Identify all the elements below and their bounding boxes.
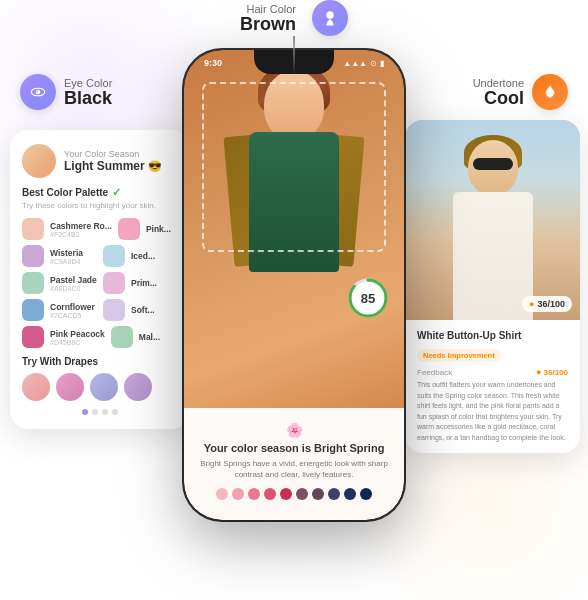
palette-title: Best Color Palette ✓ <box>22 186 178 199</box>
hair-icon <box>312 0 348 36</box>
eye-category: Eye Color <box>64 78 112 89</box>
color-row-3: Pastel Jade #A8D4C0 Prim... <box>22 272 178 294</box>
color-row-4: Cornflower #7CACD5 Soft... <box>22 299 178 321</box>
phone-bottom-desc: Bright Springs have a vivid, energetic l… <box>200 458 388 480</box>
swatch-r1 <box>118 218 140 240</box>
color-dot-7 <box>312 488 324 500</box>
dot-1[interactable] <box>82 409 88 415</box>
status-icons: ▲▲▲ ⊙ ▮ <box>343 59 384 68</box>
svg-point-3 <box>37 91 39 93</box>
color-hex-4: #7CACD5 <box>50 312 97 319</box>
color-name-r1: Pink... <box>146 224 178 234</box>
color-hex-5: #D45B8C <box>50 339 105 346</box>
color-hex-1: #F2C4B2 <box>50 231 112 238</box>
your-season-label: Your Color Season <box>64 149 162 159</box>
feedback-row: Feedback ● 36/100 <box>417 367 568 377</box>
rc-person-body <box>453 192 533 320</box>
battery-icon: ▮ <box>380 59 384 68</box>
score-badge-value: 36/100 <box>537 299 565 309</box>
product-name: White Button-Up Shirt <box>417 330 568 341</box>
color-dot-5 <box>280 488 292 500</box>
phone-bottom-title: Your color season is Bright Spring <box>200 442 388 454</box>
swatch-r4 <box>103 299 125 321</box>
color-name-r2: Iced... <box>131 251 178 261</box>
svg-point-2 <box>36 90 41 95</box>
color-name-5: Pink Peacock <box>50 329 105 339</box>
color-dot-4 <box>264 488 276 500</box>
hair-color-label: Hair Color Brown <box>240 0 348 76</box>
color-name-r4: Soft... <box>131 305 178 315</box>
scene: Hair Color Brown Eye Color Black Underto… <box>0 0 588 600</box>
phone-bg: 85 🌸 Your color season is Bright Spring … <box>184 50 404 520</box>
drape-3 <box>90 373 118 401</box>
wifi-icon: ⊙ <box>370 59 377 68</box>
season-name: Light Summer 😎 <box>64 159 162 173</box>
color-dot-3 <box>248 488 260 500</box>
dot-4[interactable] <box>112 409 118 415</box>
color-row-2: Wisteria #C9A8D4 Iced... <box>22 245 178 267</box>
right-card: ● 36/100 White Button-Up Shirt Needs Imp… <box>405 120 580 453</box>
feedback-score: ● 36/100 <box>536 367 568 377</box>
score-number: 85 <box>361 290 375 305</box>
feedback-label: Feedback <box>417 368 452 377</box>
swatch-2 <box>22 245 44 267</box>
right-card-info: White Button-Up Shirt Needs Improvement … <box>405 320 580 453</box>
color-dot-8 <box>328 488 340 500</box>
swatch-3 <box>22 272 44 294</box>
color-swatches-row <box>200 488 388 500</box>
drapes-title: Try With Drapes <box>22 356 178 367</box>
status-time: 9:30 <box>204 58 222 68</box>
color-dot-9 <box>344 488 356 500</box>
drape-4 <box>124 373 152 401</box>
pagination-dots <box>22 409 178 415</box>
color-hex-2: #C9A8D4 <box>50 258 97 265</box>
needs-badge: Needs Improvement <box>417 349 501 362</box>
score-circle: 85 <box>346 276 390 320</box>
color-hex-3: #A8D4C0 <box>50 285 97 292</box>
left-card: Your Color Season Light Summer 😎 Best Co… <box>10 130 190 429</box>
swatch-r5 <box>111 326 133 348</box>
phone: 85 🌸 Your color season is Bright Spring … <box>184 50 404 520</box>
swatch-5 <box>22 326 44 348</box>
undertone-value: Cool <box>473 89 524 107</box>
swatch-1 <box>22 218 44 240</box>
color-dot-6 <box>296 488 308 500</box>
drape-2 <box>56 373 84 401</box>
svg-point-0 <box>326 11 334 19</box>
hair-category: Hair Color <box>240 4 296 15</box>
rc-person-sunglasses <box>473 158 513 170</box>
color-row-1: Cashmere Ro... #F2C4B2 Pink... <box>22 218 178 240</box>
selection-box <box>202 82 386 252</box>
color-name-4: Cornflower <box>50 302 97 312</box>
swatch-r3 <box>103 272 125 294</box>
color-name-r5: Mal... <box>139 332 178 342</box>
right-card-image: ● 36/100 <box>405 120 580 320</box>
right-card-score-badge: ● 36/100 <box>522 296 572 312</box>
dot-2[interactable] <box>92 409 98 415</box>
color-name-3: Pastel Jade <box>50 275 97 285</box>
phone-bottom-card: 🌸 Your color season is Bright Spring Bri… <box>184 408 404 520</box>
color-name-1: Cashmere Ro... <box>50 221 112 231</box>
product-description: This outfit flatters your warm undertone… <box>417 380 568 443</box>
undertone-label: Undertone Cool <box>473 74 568 110</box>
phone-content: 85 🌸 Your color season is Bright Spring … <box>184 50 404 520</box>
eye-color-label: Eye Color Black <box>20 74 112 110</box>
check-icon: ✓ <box>112 186 121 199</box>
drapes-row <box>22 373 178 401</box>
undertone-category: Undertone <box>473 78 524 89</box>
dot-3[interactable] <box>102 409 108 415</box>
avatar <box>22 144 56 178</box>
color-dot-2 <box>232 488 244 500</box>
swatch-r2 <box>103 245 125 267</box>
eye-value: Black <box>64 89 112 107</box>
phone-bottom-icon: 🌸 <box>200 422 388 438</box>
drape-1 <box>22 373 50 401</box>
hair-value: Brown <box>240 15 296 33</box>
color-dot-1 <box>216 488 228 500</box>
color-dot-10 <box>360 488 372 500</box>
color-name-2: Wisteria <box>50 248 97 258</box>
color-row-5: Pink Peacock #D45B8C Mal... <box>22 326 178 348</box>
palette-subtitle: Try these colors to highlight your skin. <box>22 201 178 210</box>
swatch-4 <box>22 299 44 321</box>
undertone-icon <box>532 74 568 110</box>
